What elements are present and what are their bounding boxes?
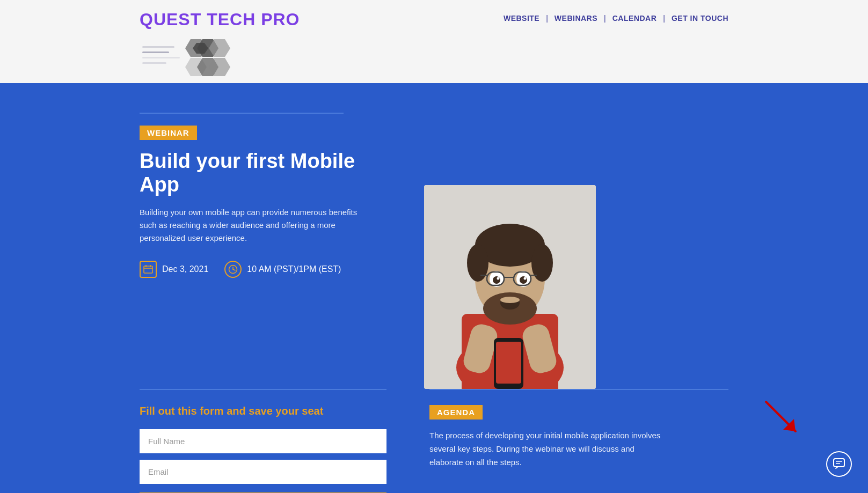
svg-rect-0 bbox=[142, 46, 174, 48]
event-meta: Dec 3, 2021 10 AM (PST)/1PM (EST) bbox=[140, 261, 397, 278]
svg-point-30 bbox=[520, 276, 527, 284]
svg-rect-11 bbox=[144, 266, 152, 273]
svg-rect-2 bbox=[142, 57, 180, 58]
svg-point-39 bbox=[500, 297, 520, 303]
logo-image-area bbox=[140, 35, 236, 78]
hero-image bbox=[419, 83, 601, 389]
person-svg bbox=[424, 185, 596, 389]
webinar-badge: WEBINAR bbox=[140, 126, 197, 140]
logo: QUEST TECH PRO bbox=[140, 10, 300, 30]
agenda-badge: AGENDA bbox=[429, 405, 483, 420]
nav-contact[interactable]: GET IN TOUCH bbox=[672, 14, 728, 23]
chat-button[interactable] bbox=[826, 451, 852, 477]
header: QUEST TECH PRO WEBSITE | WEBINARS | CALE… bbox=[0, 0, 868, 83]
nav-sep-1: | bbox=[546, 14, 548, 23]
svg-rect-1 bbox=[142, 51, 169, 53]
arrow-decoration bbox=[761, 396, 804, 439]
form-divider bbox=[140, 389, 386, 390]
webinar-title: Build your first Mobile App bbox=[140, 150, 397, 196]
calendar-icon bbox=[140, 261, 157, 278]
svg-line-17 bbox=[233, 269, 235, 270]
hero-section: WEBINAR Build your first Mobile App Buil… bbox=[0, 83, 868, 389]
event-time: 10 AM (PST)/1PM (EST) bbox=[224, 261, 341, 278]
nav-calendar[interactable]: CALENDAR bbox=[612, 14, 657, 23]
event-date-label: Dec 3, 2021 bbox=[162, 264, 208, 274]
form-section: Fill out this form and save your seat RE… bbox=[140, 389, 386, 493]
nav-website[interactable]: WEBSITE bbox=[504, 14, 539, 23]
clock-icon bbox=[224, 261, 242, 278]
nav-webinars[interactable]: WEBINARS bbox=[555, 14, 597, 23]
svg-point-32 bbox=[524, 277, 527, 280]
svg-rect-46 bbox=[834, 459, 844, 467]
svg-point-24 bbox=[467, 244, 488, 282]
divider-top bbox=[140, 113, 344, 114]
agenda-section: AGENDA The process of developing your in… bbox=[429, 389, 728, 493]
email-input[interactable] bbox=[140, 460, 386, 484]
header-top: QUEST TECH PRO WEBSITE | WEBINARS | CALE… bbox=[140, 10, 728, 30]
webinar-description: Building your own mobile app can provide… bbox=[140, 206, 365, 245]
form-title: Fill out this form and save your seat bbox=[140, 405, 386, 417]
hero-left: WEBINAR Build your first Mobile App Buil… bbox=[140, 83, 419, 389]
svg-rect-3 bbox=[142, 62, 166, 64]
nav-sep-2: | bbox=[604, 14, 606, 23]
person-image bbox=[424, 185, 596, 389]
event-time-label: 10 AM (PST)/1PM (EST) bbox=[247, 264, 341, 274]
nav: WEBSITE | WEBINARS | CALENDAR | GET IN T… bbox=[504, 14, 728, 23]
event-date: Dec 3, 2021 bbox=[140, 261, 208, 278]
nav-sep-3: | bbox=[663, 14, 665, 23]
bottom-section: Fill out this form and save your seat RE… bbox=[0, 389, 868, 493]
chat-icon bbox=[833, 458, 845, 470]
svg-rect-43 bbox=[496, 342, 521, 384]
svg-point-31 bbox=[497, 277, 500, 280]
agenda-divider bbox=[429, 389, 728, 390]
logo-svg bbox=[142, 36, 234, 77]
agenda-text: The process of developing your initial m… bbox=[429, 429, 666, 469]
svg-point-29 bbox=[493, 276, 500, 284]
name-input[interactable] bbox=[140, 429, 386, 453]
svg-point-25 bbox=[531, 244, 553, 282]
